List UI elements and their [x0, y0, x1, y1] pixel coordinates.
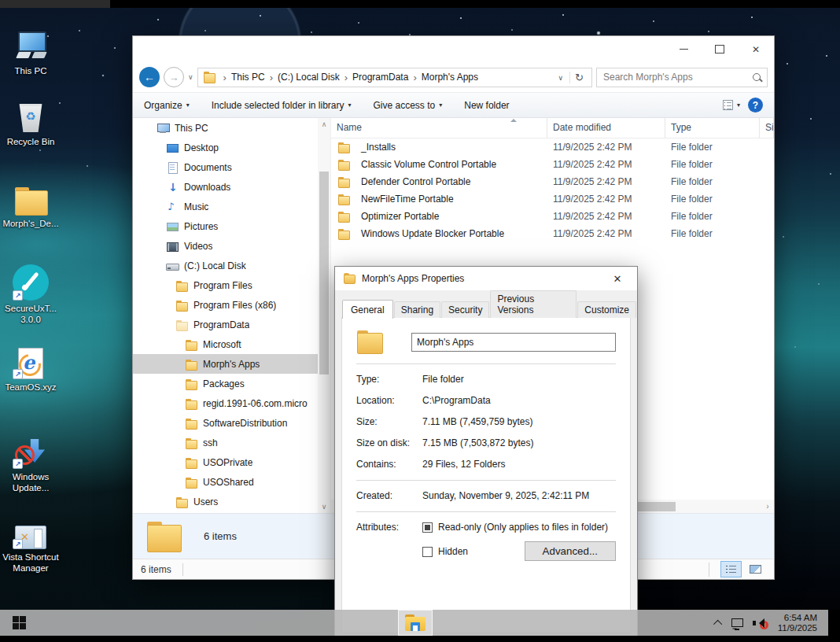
recent-locations-dropdown-icon[interactable] — [188, 73, 193, 81]
dialog-tab[interactable]: General — [342, 300, 393, 319]
column-header-size[interactable]: Si — [760, 118, 774, 138]
tree-item[interactable]: SoftwareDistribution — [133, 413, 318, 433]
network-icon[interactable] — [731, 618, 743, 627]
tree-item[interactable]: Documents — [133, 157, 318, 177]
dialog-tab[interactable]: Previous Versions — [490, 290, 577, 318]
tree-item[interactable]: Program Files — [133, 275, 318, 295]
hidden-checkbox[interactable] — [422, 547, 433, 557]
file-row[interactable]: Windows Update Blocker Portable 11/9/202… — [331, 225, 774, 242]
breadcrumb-chevron-icon — [408, 72, 421, 83]
scrollbar-thumb[interactable] — [319, 172, 329, 374]
tray-overflow-chevron-icon[interactable] — [713, 619, 722, 628]
desktop-icon[interactable]: This PC — [0, 25, 61, 76]
breadcrumb-segment[interactable]: Morph's Apps — [422, 72, 478, 83]
tree-item-label: Users — [193, 496, 218, 507]
view-selector-button[interactable]: ▾ — [723, 100, 740, 110]
scroll-up-icon[interactable] — [318, 118, 330, 131]
toolbar-item[interactable]: Include selected folder in library ▾ — [212, 100, 352, 111]
scroll-right-icon[interactable] — [761, 502, 774, 511]
start-button[interactable] — [0, 610, 38, 636]
file-date-modified: 11/9/2025 2:42 PM — [547, 159, 665, 170]
file-row[interactable]: _Installs 11/9/2025 2:42 PM File folder — [331, 138, 774, 156]
tree-item-label: This PC — [175, 123, 208, 134]
address-bar[interactable]: This PC (C:) Local Disk ProgramData — [197, 68, 592, 87]
tree-item[interactable]: ProgramData — [133, 315, 318, 334]
maximize-button[interactable] — [702, 36, 738, 62]
search-box — [596, 68, 768, 87]
advanced-button[interactable]: Advanced... — [525, 541, 616, 561]
refresh-icon[interactable] — [569, 72, 588, 83]
address-dropdown-icon[interactable] — [554, 72, 569, 83]
tree-item[interactable]: Program Files (x86) — [133, 295, 318, 315]
file-row[interactable]: NewFileTime Portable 11/9/2025 2:42 PM F… — [331, 190, 774, 208]
file-row[interactable]: Optimizer Portable 11/9/2025 2:42 PM Fil… — [331, 208, 774, 225]
tree-item[interactable]: Packages — [133, 374, 318, 393]
tree-item[interactable]: Music — [133, 197, 318, 216]
file-row[interactable]: Classic Volume Control Portable 11/9/202… — [331, 156, 774, 173]
tree-item[interactable]: Microsoft — [133, 334, 318, 354]
file-row[interactable]: Defender Control Portable 11/9/2025 2:42… — [331, 173, 774, 190]
dialog-tab[interactable]: Sharing — [394, 301, 440, 318]
desktop-icon[interactable]: Vista Shortcut Manager — [0, 511, 61, 574]
info-row: Type: File folder — [356, 374, 616, 385]
breadcrumb-segment[interactable]: (C:) Local Disk — [278, 72, 340, 83]
tree-item-icon — [166, 181, 179, 194]
navigation-bar: This PC (C:) Local Disk ProgramData — [133, 62, 774, 92]
taskbar-file-explorer-button[interactable] — [398, 610, 433, 636]
tree-item[interactable]: Users — [133, 492, 318, 511]
breadcrumb-segment[interactable]: ProgramData — [352, 72, 408, 83]
tree-item[interactable]: USOPrivate — [133, 452, 318, 472]
sort-ascending-icon — [510, 119, 517, 122]
taskbar-clock[interactable]: 6:54 AM 11/9/2025 — [778, 613, 817, 633]
back-button[interactable] — [139, 67, 160, 87]
help-button[interactable] — [748, 98, 763, 113]
tree-item[interactable]: Pictures — [133, 216, 318, 236]
file-folder-icon — [337, 175, 350, 188]
thumbnails-view-button[interactable] — [745, 561, 766, 577]
properties-dialog: Morph's Apps Properties General Sharing … — [334, 266, 638, 639]
close-button[interactable] — [738, 36, 774, 62]
readonly-checkbox[interactable] — [422, 522, 433, 533]
file-date-modified: 11/9/2025 2:42 PM — [547, 211, 665, 222]
folder-name-field[interactable] — [411, 333, 616, 352]
tree-scrollbar[interactable] — [318, 118, 330, 513]
search-icon[interactable] — [750, 68, 767, 87]
dialog-tab[interactable]: Customize — [577, 301, 636, 318]
details-view-button[interactable] — [720, 561, 742, 577]
column-header-type[interactable]: Type — [665, 118, 760, 138]
tree-item[interactable]: USOShared — [133, 472, 318, 492]
tree-item[interactable]: This PC — [133, 118, 318, 138]
desktop-icon[interactable]: TeamOS.xyz — [0, 341, 61, 393]
dialog-tab[interactable]: Security — [441, 301, 489, 318]
search-input[interactable] — [597, 72, 750, 83]
tree-item[interactable]: Desktop — [133, 138, 318, 157]
forward-button[interactable] — [164, 67, 184, 87]
tree-item[interactable]: Videos — [133, 236, 318, 256]
toolbar-item[interactable]: Give access to ▾ — [374, 100, 443, 111]
tree-item[interactable]: (C:) Local Disk — [133, 256, 318, 275]
breadcrumb-segment[interactable]: This PC — [231, 72, 265, 83]
toolbar-item[interactable]: New folder — [464, 100, 513, 111]
desktop-icon[interactable]: Windows Update... — [0, 431, 61, 493]
desktop-icon[interactable]: Recycle Bin — [0, 96, 61, 147]
tree-item-label: Music — [184, 201, 208, 212]
desktop-icon[interactable]: SecureUxT... 3.0.0 — [0, 263, 61, 325]
info-row: Location: C:\ProgramData — [356, 395, 616, 406]
volume-muted-icon[interactable] — [753, 617, 768, 629]
breadcrumb-chevron-icon — [340, 72, 352, 83]
details-items-count: 6 items — [204, 530, 237, 542]
tree-item-icon — [175, 319, 188, 331]
minimize-button[interactable] — [665, 36, 702, 62]
tree-item[interactable]: regid.1991-06.com.micro — [133, 393, 318, 413]
dialog-close-button[interactable] — [606, 273, 629, 285]
file-name: Defender Control Portable — [361, 176, 470, 187]
tree-item[interactable]: Morph's Apps — [133, 354, 318, 374]
tree-item-icon — [166, 161, 179, 174]
file-type: File folder — [665, 211, 760, 222]
toolbar-item[interactable]: Organize ▾ — [144, 100, 190, 111]
tree-item[interactable]: ssh — [133, 433, 318, 452]
column-header-date-modified[interactable]: Date modified — [547, 118, 665, 138]
scroll-down-icon[interactable] — [318, 500, 330, 513]
tree-item[interactable]: Downloads — [133, 177, 318, 197]
desktop-icon[interactable]: Morph's_De... — [0, 178, 61, 229]
